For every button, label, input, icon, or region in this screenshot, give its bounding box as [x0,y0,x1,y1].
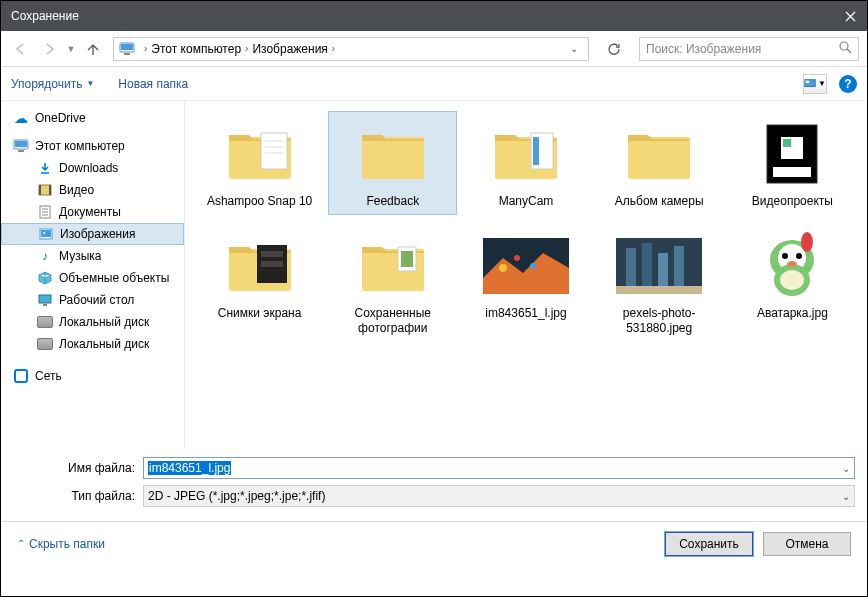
disk-icon [37,314,53,330]
bottom-bar: ⌃ Скрыть папки Сохранить Отмена [1,521,867,565]
svg-rect-26 [261,133,287,169]
filename-input[interactable]: im843651_l.jpg ⌄ [143,457,855,479]
svg-rect-21 [41,230,51,237]
svg-point-63 [787,261,797,267]
svg-line-6 [847,49,851,53]
chevron-up-icon: ⌃ [17,538,25,549]
toolbar: Упорядочить ▼ Новая папка ▼ ? [1,67,867,101]
music-icon: ♪ [37,248,53,264]
svg-point-61 [782,253,788,259]
search-placeholder: Поиск: Изображения [646,42,761,56]
help-button[interactable]: ? [839,75,857,93]
forward-button[interactable] [37,37,61,61]
filetype-label: Тип файла: [13,489,143,503]
folder-screenshots[interactable]: Снимки экрана [195,223,324,342]
nav-row: ▼ › Этот компьютер › Изображения › ⌄ Пои… [1,31,867,67]
folder-camera-album[interactable]: Альбом камеры [595,111,724,215]
video-icon [37,182,53,198]
svg-rect-4 [124,53,130,55]
breadcrumb[interactable]: › Этот компьютер › Изображения › ⌄ [113,37,589,61]
svg-point-47 [499,264,507,272]
cube-icon [37,270,53,286]
chevron-icon: › [140,43,151,54]
breadcrumb-folder[interactable]: Изображения [252,42,327,56]
chevron-icon: › [241,43,252,54]
breadcrumb-root[interactable]: Этот компьютер [151,42,241,56]
cancel-button[interactable]: Отмена [763,532,851,556]
svg-rect-33 [533,137,539,165]
hide-folders-button[interactable]: ⌃ Скрыть папки [17,537,105,551]
download-icon [37,160,53,176]
window-title: Сохранение [11,9,79,23]
chevron-icon: › [328,43,339,54]
desktop-icon [37,292,53,308]
image-im843651[interactable]: im843651_l.jpg [461,223,590,342]
sidebar-network[interactable]: Сеть [1,365,184,387]
sidebar-3d-objects[interactable]: Объемные объекты [1,267,184,289]
cloud-icon: ☁ [13,110,29,126]
recent-dropdown[interactable]: ▼ [65,37,77,61]
svg-rect-24 [43,304,47,306]
back-button[interactable] [9,37,33,61]
folder-feedback[interactable]: Feedback [328,111,457,215]
sidebar-music[interactable]: ♪ Музыка [1,245,184,267]
image-avatar[interactable]: Аватарка.jpg [728,223,857,342]
folder-video-projects[interactable]: Видеопроекты [728,111,857,215]
pc-icon [13,138,29,154]
breadcrumb-dropdown[interactable]: ⌄ [570,43,578,54]
svg-rect-8 [806,80,809,83]
up-button[interactable] [81,37,105,61]
folder-ashampoo[interactable]: Ashampoo Snap 10 [195,111,324,215]
organize-button[interactable]: Упорядочить ▼ [11,77,94,91]
documents-icon [37,204,53,220]
svg-rect-38 [773,167,811,177]
sidebar-onedrive[interactable]: ☁ OneDrive [1,107,184,129]
svg-point-60 [801,232,813,252]
title-bar: Сохранение [1,1,867,31]
search-icon [839,41,852,57]
sidebar-pictures[interactable]: Изображения [1,223,184,245]
image-pexels[interactable]: pexels-photo-531880.jpeg [595,223,724,342]
svg-rect-41 [261,251,283,257]
sidebar-videos[interactable]: Видео [1,179,184,201]
disk-icon [37,336,53,352]
folder-saved-photos[interactable]: Сохраненные фотографии [328,223,457,342]
svg-point-59 [780,270,804,290]
svg-point-49 [530,263,536,269]
svg-point-5 [840,42,848,50]
svg-rect-11 [18,150,24,152]
save-button[interactable]: Сохранить [665,532,753,556]
sidebar-documents[interactable]: Документы [1,201,184,223]
svg-point-62 [796,253,802,259]
sidebar-downloads[interactable]: Downloads [1,157,184,179]
search-input[interactable]: Поиск: Изображения [639,37,859,61]
svg-rect-15 [49,185,51,195]
svg-rect-42 [261,261,283,267]
filetype-select[interactable]: 2D - JPEG (*.jpg;*.jpeg;*.jpe;*.jfif) ⌄ [143,485,855,507]
svg-rect-10 [15,141,27,147]
svg-rect-30 [362,137,424,179]
svg-rect-23 [39,295,51,303]
new-folder-button[interactable]: Новая папка [118,77,188,91]
filename-label: Имя файла: [13,461,143,475]
form-area: Имя файла: im843651_l.jpg ⌄ Тип файла: 2… [1,449,867,521]
chevron-down-icon: ▼ [86,79,94,88]
chevron-down-icon[interactable]: ⌄ [842,491,850,502]
svg-rect-3 [121,44,133,50]
sidebar: ☁ OneDrive Этот компьютер Downloads Виде… [1,101,185,449]
svg-rect-45 [401,251,413,267]
pc-icon [118,40,136,58]
sidebar-desktop[interactable]: Рабочий стол [1,289,184,311]
svg-point-48 [514,255,520,261]
sidebar-local-disk-2[interactable]: Локальный диск [1,333,184,355]
svg-rect-55 [616,286,702,294]
sidebar-local-disk-1[interactable]: Локальный диск [1,311,184,333]
view-button[interactable]: ▼ [803,74,827,94]
refresh-button[interactable] [601,37,627,61]
view-icon [804,78,816,90]
close-button[interactable] [843,9,857,23]
sidebar-this-pc[interactable]: Этот компьютер [1,135,184,157]
folder-manycam[interactable]: ManyCam [461,111,590,215]
svg-rect-37 [783,139,791,147]
chevron-down-icon[interactable]: ⌄ [842,463,850,474]
